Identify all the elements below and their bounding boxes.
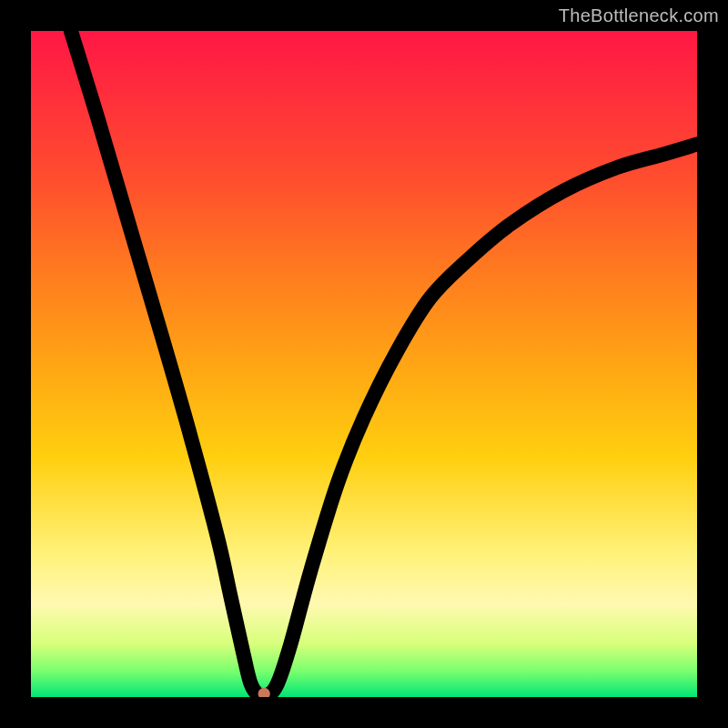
watermark-text: TheBottleneck.com — [559, 5, 719, 26]
chart-frame: TheBottleneck.com — [0, 0, 728, 728]
bottleneck-curve — [71, 31, 697, 696]
curve-svg — [31, 31, 697, 697]
plot-area — [31, 31, 697, 697]
